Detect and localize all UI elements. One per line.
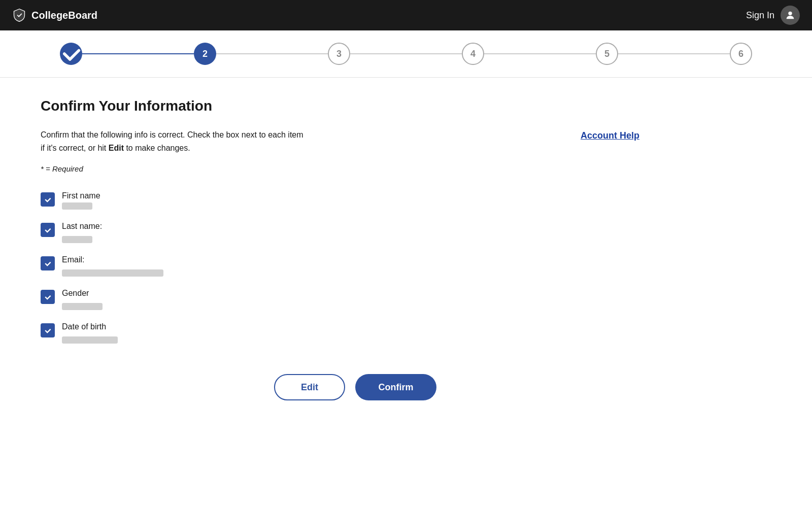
header-right: Sign In: [746, 6, 800, 25]
step-2: 2: [194, 43, 216, 65]
check-icon: [44, 226, 52, 234]
step-line-5-6: [618, 53, 730, 54]
checkbox-gender[interactable]: [41, 290, 55, 304]
sign-in-button[interactable]: Sign In: [746, 10, 774, 21]
checkbox-firstname[interactable]: [41, 192, 55, 207]
check-icon: [44, 293, 52, 301]
field-value-dob: [62, 336, 118, 344]
field-content-dob: Date of birth: [62, 322, 118, 344]
field-label-firstname: First name: [62, 191, 100, 200]
checkbox-email[interactable]: [41, 256, 55, 270]
checkbox-dob[interactable]: [41, 323, 55, 337]
field-content-lastname: Last name:: [62, 222, 102, 243]
field-content-gender: Gender: [62, 289, 103, 310]
field-content-email: Email:: [62, 255, 163, 277]
svg-point-0: [788, 12, 792, 15]
account-help-link[interactable]: Account Help: [581, 130, 639, 141]
step-line-3-4: [350, 53, 462, 54]
step-line-4-5: [484, 53, 596, 54]
checkmark-icon: [60, 43, 82, 65]
check-icon: [44, 259, 52, 267]
confirm-button[interactable]: Confirm: [355, 374, 436, 400]
field-value-lastname: [62, 236, 92, 243]
user-avatar[interactable]: [781, 6, 800, 25]
fields-list: First name Last name:: [41, 191, 670, 344]
description-row: Confirm that the following info is corre…: [41, 128, 670, 154]
required-note: * = Required: [41, 164, 670, 173]
logo: CollegeBoard: [12, 8, 97, 22]
field-label-lastname: Last name:: [62, 222, 102, 231]
field-label-dob: Date of birth: [62, 322, 118, 331]
step-6: 6: [730, 43, 752, 65]
check-icon: [44, 326, 52, 334]
logo-icon: [12, 8, 26, 22]
step-line-1-2: [82, 53, 194, 54]
user-icon: [785, 10, 796, 21]
description-text: Confirm that the following info is corre…: [41, 128, 303, 154]
step-5: 5: [596, 43, 618, 65]
step-line-2-3: [216, 53, 328, 54]
field-label-email: Email:: [62, 255, 163, 264]
checkbox-lastname[interactable]: [41, 223, 55, 237]
logo-text: CollegeBoard: [31, 10, 97, 21]
step-4: 4: [462, 43, 484, 65]
field-value-email: [62, 269, 163, 277]
check-icon: [44, 195, 52, 204]
field-row-firstname: First name: [41, 191, 670, 210]
step-1: [60, 43, 82, 65]
field-row-gender: Gender: [41, 289, 670, 310]
step-3: 3: [328, 43, 350, 65]
main-content: Confirm Your Information Confirm that th…: [0, 78, 710, 441]
field-content-firstname: First name: [62, 191, 100, 210]
field-label-gender: Gender: [62, 289, 103, 298]
field-value-gender: [62, 303, 103, 310]
edit-button[interactable]: Edit: [274, 374, 345, 400]
field-row-email: Email:: [41, 255, 670, 277]
field-row-dob: Date of birth: [41, 322, 670, 344]
field-row-lastname: Last name:: [41, 222, 670, 243]
header: CollegeBoard Sign In: [0, 0, 812, 30]
buttons-row: Edit Confirm: [41, 374, 670, 421]
field-value-firstname: [62, 202, 92, 210]
page-title: Confirm Your Information: [41, 98, 670, 114]
progress-stepper: 2 3 4 5 6: [0, 30, 812, 78]
